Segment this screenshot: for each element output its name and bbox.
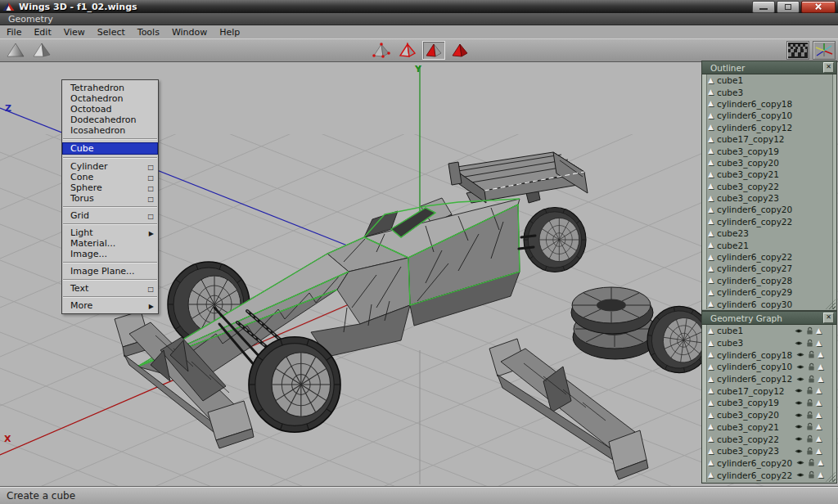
axes-toggle-icon[interactable] [813, 41, 836, 60]
body-mode-icon[interactable] [448, 41, 471, 60]
menubar-item[interactable]: View [64, 27, 85, 38]
visibility-eye-icon[interactable] [795, 363, 805, 371]
lock-icon[interactable] [806, 398, 813, 407]
geometry-graph-item[interactable]: ▲ cube3_copy23 ▲ [708, 445, 832, 457]
geometry-graph-item[interactable]: ▲ cube3 ▲ [708, 337, 832, 349]
lock-icon[interactable] [806, 422, 813, 431]
outliner-item[interactable]: ▲ cube17_copy12 [708, 133, 832, 145]
outliner-close-icon[interactable]: ✕ [823, 62, 834, 73]
selection-triangle-icon[interactable]: ▲ [816, 340, 822, 347]
geometry-graph-item[interactable]: ▲ cube3_copy22 ▲ [708, 433, 832, 445]
visibility-eye-icon[interactable] [794, 412, 804, 419]
lock-icon[interactable] [808, 350, 815, 359]
context-menu-item[interactable]: Torus□ [62, 193, 158, 204]
outliner-item[interactable]: ▲ cylinder6_copy29 [708, 286, 832, 298]
lock-icon[interactable] [806, 411, 813, 420]
selection-triangle-icon[interactable]: ▲ [816, 448, 822, 455]
visibility-eye-icon[interactable] [794, 435, 804, 443]
geometry-graph-item[interactable]: ▲ cube1 ▲ [708, 325, 832, 337]
geometry-graph-item[interactable]: ▲ cylinder6_copy22 ▲ [708, 469, 832, 481]
visibility-eye-icon[interactable] [794, 448, 804, 455]
outliner-item[interactable]: ▲ cube3_copy22 [708, 181, 832, 192]
outliner-item[interactable]: ▲ cylinder6_copy22 [708, 216, 832, 227]
lock-icon[interactable] [806, 326, 813, 335]
selection-triangle-icon[interactable]: ▲ [818, 459, 823, 466]
context-menu-item[interactable]: Cone□ [62, 172, 158, 182]
rear-wing[interactable] [448, 152, 588, 203]
selection-triangle-icon[interactable]: ▲ [816, 327, 822, 335]
context-menu-item[interactable]: Text□ [62, 283, 158, 294]
outliner-item[interactable]: ▲ cylinder6_copy28 [708, 275, 832, 286]
outliner-item[interactable]: ▲ cylinder6_copy27 [708, 263, 832, 274]
outliner-item[interactable]: ▲ cylinder6_copy10 [708, 110, 832, 121]
visibility-eye-icon[interactable] [794, 399, 804, 407]
face-mode-icon[interactable] [422, 41, 445, 60]
title-bar[interactable]: Wings 3D - f1_02.wings [0, 0, 838, 13]
outliner-item[interactable]: ▲ cylinder6_copy12 [708, 122, 832, 133]
context-menu-item[interactable]: Image... [62, 249, 158, 259]
visibility-eye-icon[interactable] [795, 351, 805, 358]
geometry-graph-item[interactable]: ▲ cube3_copy19 ▲ [708, 397, 832, 409]
menubar-item[interactable]: Window [172, 27, 207, 38]
context-menu-item[interactable]: Octahedron [62, 93, 158, 104]
geometry-graph-close-icon[interactable]: ✕ [823, 313, 834, 323]
lock-icon[interactable] [808, 375, 815, 384]
ground-plane-toggle-icon[interactable] [786, 41, 809, 60]
outliner-header[interactable]: Outliner ✕ [702, 61, 836, 74]
outliner-item[interactable]: ▲ cube1 [708, 74, 832, 86]
outliner-item[interactable]: ▲ cube3_copy20 [708, 157, 832, 169]
visibility-eye-icon[interactable] [795, 376, 805, 383]
lock-icon[interactable] [806, 386, 813, 395]
tire-stack[interactable] [571, 287, 658, 359]
visibility-eye-icon[interactable] [794, 387, 804, 394]
visibility-eye-icon[interactable] [794, 327, 804, 335]
menubar-item[interactable]: Tools [137, 27, 160, 38]
outliner-item[interactable]: ▲ cylinder6_copy18 [708, 98, 832, 110]
selection-triangle-icon[interactable]: ▲ [816, 423, 822, 430]
context-menu-item[interactable]: Image Plane... [62, 266, 158, 277]
context-menu-item[interactable]: More▶ [62, 300, 158, 311]
front-left-wheel[interactable] [249, 337, 340, 432]
geometry-graph-item[interactable]: ▲ cylinder6_copy20 ▲ [708, 457, 832, 470]
outliner-item[interactable]: ▲ cube23 [708, 227, 832, 239]
selection-triangle-icon[interactable]: ▲ [816, 387, 822, 394]
vertex-mode-icon[interactable] [370, 41, 393, 60]
context-menu-item[interactable]: Octotoad [62, 104, 158, 115]
outliner-item[interactable]: ▲ cube3_copy23 [708, 192, 832, 204]
context-menu-item[interactable]: Material... [62, 238, 158, 249]
minimize-button[interactable] [752, 1, 775, 13]
menubar-item[interactable]: Select [97, 27, 125, 38]
selection-triangle-icon[interactable]: ▲ [818, 376, 823, 383]
menubar-item[interactable]: Help [219, 27, 240, 38]
selection-triangle-icon[interactable]: ▲ [818, 471, 823, 479]
visibility-eye-icon[interactable] [794, 423, 804, 430]
selection-triangle-icon[interactable]: ▲ [818, 351, 823, 358]
outliner-item[interactable]: ▲ cube3 [708, 86, 832, 97]
close-button[interactable] [801, 1, 836, 13]
lock-icon[interactable] [806, 339, 813, 348]
context-menu-item[interactable]: Cylinder□ [62, 161, 158, 172]
outliner-item[interactable]: ▲ cube3_copy21 [708, 169, 832, 180]
outliner-item[interactable]: ▲ cylinder6_copy30 [708, 298, 832, 309]
visibility-eye-icon[interactable] [795, 459, 805, 466]
context-menu-item[interactable]: Dodecahedron [62, 115, 158, 125]
outliner-scrollbar[interactable] [702, 74, 707, 309]
geometry-graph-item[interactable]: ▲ cube17_copy12 ▲ [708, 385, 832, 397]
lock-icon[interactable] [808, 362, 815, 371]
outliner-item[interactable]: ▲ cube3_copy19 [708, 145, 832, 156]
context-menu-item[interactable]: Cube [62, 142, 158, 155]
menu-option-icon[interactable]: □ [147, 211, 154, 222]
menu-option-icon[interactable]: □ [147, 194, 154, 205]
menu-option-icon[interactable]: ▶ [149, 301, 154, 312]
outliner-item[interactable]: ▲ cylinder6_copy20 [708, 204, 832, 215]
menubar-item[interactable]: Edit [34, 27, 51, 38]
geometry-graph-item[interactable]: ▲ cylinder6_copy12 ▲ [708, 373, 832, 385]
maximize-button[interactable] [777, 1, 800, 13]
visibility-eye-icon[interactable] [795, 471, 805, 479]
selection-triangle-icon[interactable]: ▲ [816, 412, 822, 419]
outliner-item[interactable]: ▲ cylinder6_copy22 [708, 251, 832, 263]
selection-triangle-icon[interactable]: ▲ [816, 435, 822, 443]
selection-triangle-icon[interactable]: ▲ [818, 363, 823, 371]
flat-shading-icon[interactable] [30, 41, 53, 60]
geometry-graph-header[interactable]: Geometry Graph ✕ [702, 312, 836, 325]
